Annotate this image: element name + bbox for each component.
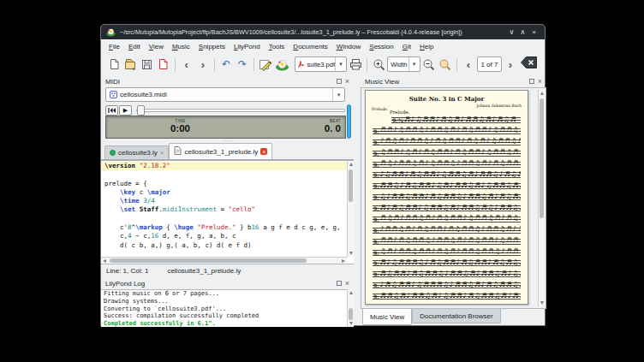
scroll-up-icon[interactable] (540, 92, 544, 95)
rewind-button[interactable] (105, 105, 118, 116)
staff-notes: ♬♫♬♪♬♬♫♬♪♬♫♬♬♪♫♬♬♫♬♪♬♫♬♬♪♬ (379, 215, 521, 221)
scrollbar-thumb[interactable] (349, 169, 353, 202)
editor-horizontal-scrollbar[interactable] (101, 257, 347, 264)
back-button[interactable]: ‹ (179, 56, 194, 73)
log-output[interactable]: Fitting music on 6 or 7 pages...Drawing … (101, 289, 354, 327)
new-document-button[interactable] (106, 56, 122, 73)
menu-music[interactable]: Music (168, 41, 194, 52)
float-panel-icon[interactable] (337, 281, 342, 286)
menu-git[interactable]: Git (398, 41, 415, 52)
editor-vertical-scrollbar[interactable] (347, 161, 354, 257)
code-line[interactable]: prelude = { (101, 180, 347, 188)
pdf-icon (297, 60, 305, 68)
staff-notes: ♬♪♬♫♬♬♪♫♬♬♫♬♪♬♬♫♬♫♪♬♬♫♬♪♬♫ (379, 205, 521, 211)
menu-lilypond[interactable]: LilyPond (230, 41, 265, 52)
scrollbar-thumb[interactable] (110, 258, 307, 263)
score-page[interactable]: Suite No. 3 in C Major Johann Sebastian … (365, 90, 528, 305)
scroll-up-icon[interactable] (349, 163, 353, 166)
bass-clef-icon: 9: (373, 217, 379, 223)
dropdown-arrow-icon[interactable]: ▾ (335, 57, 346, 71)
float-panel-icon[interactable] (337, 79, 342, 84)
code-line[interactable]: \set Staff.midiInstrument = "cello" (101, 205, 347, 214)
menu-documents[interactable]: Documents (289, 41, 331, 52)
zoom-mode-combo[interactable]: Width ▾ (387, 56, 420, 72)
scroll-down-icon[interactable] (540, 301, 544, 305)
code-line[interactable]: \time 3/4 (101, 197, 347, 205)
tab-close-icon[interactable]: × (260, 148, 267, 155)
redo-button[interactable]: ↷ (235, 56, 250, 73)
zoom-in-button[interactable] (371, 56, 386, 73)
scroll-down-icon[interactable] (349, 322, 353, 325)
close-document-button[interactable] (156, 56, 171, 73)
close-panel-icon[interactable]: × (345, 281, 349, 286)
open-document-button[interactable] (122, 56, 138, 73)
dropdown-arrow-icon[interactable]: ▾ (408, 57, 420, 71)
volume-slider[interactable] (347, 104, 351, 139)
menu-help[interactable]: Help (415, 41, 438, 52)
scrollbar-thumb[interactable] (540, 98, 544, 218)
print-button[interactable] (348, 56, 363, 73)
menu-snippets[interactable]: Snippets (194, 41, 230, 52)
log-scrollbar[interactable] (347, 289, 354, 327)
staff-system: 9:♬♬♪♬♫♬♬♫♪♬♬♫♬♪♬♫♬♬♪♫♬♬♫♬♪♬ (373, 239, 521, 245)
view-tab-documentation-browser[interactable]: Documentation Browser (412, 309, 500, 323)
code-area[interactable]: \version "2.18.2"prelude = { \key c \maj… (101, 162, 347, 257)
menu-session[interactable]: Session (365, 41, 397, 52)
forward-button[interactable]: › (195, 56, 211, 73)
close-panel-icon[interactable]: × (345, 79, 349, 84)
zoom-out-button[interactable] (421, 56, 437, 73)
document-tab[interactable]: cellosuite3.ly× (104, 145, 169, 159)
staff-notes: ♫♬♬♪♫♬♪♬♫♬♬♪♬♫♬♬♪♫♬♬♫♬♪♬♫♬ (379, 149, 521, 155)
previous-page-button[interactable]: ‹ (461, 56, 476, 73)
code-line[interactable]: \key c \major (101, 188, 347, 197)
scroll-right-icon[interactable] (342, 259, 345, 263)
open-document-icon (124, 58, 136, 70)
pdf-document-combo[interactable]: suite3.pdf ▾ (295, 56, 347, 72)
code-line[interactable] (101, 215, 347, 223)
lilypond-engrave-button[interactable] (274, 56, 289, 73)
maximize-icon[interactable]: ∧ (517, 28, 528, 36)
panel-splitter[interactable] (354, 75, 361, 325)
scrollbar-thumb[interactable] (349, 308, 353, 320)
scroll-left-icon[interactable] (103, 259, 106, 263)
seek-handle[interactable] (137, 105, 145, 116)
code-line[interactable]: \version "2.18.2" (101, 162, 347, 170)
save-button[interactable] (139, 56, 154, 73)
float-panel-icon[interactable] (529, 79, 534, 84)
midi-file-icon (110, 91, 117, 98)
menu-file[interactable]: File (104, 41, 124, 52)
code-line[interactable]: c,4 ~ c,16 d, e, f, g, a, b, c (101, 232, 347, 240)
staff-system: 9:♬♬♫♪♬♫♬♬♪♫♬♪♬♬♫♬♪♫♬♬♫♬♬♪♫♬ (373, 183, 521, 189)
engrave-button[interactable] (258, 56, 273, 73)
magnifier-button[interactable] (438, 56, 453, 73)
code-line[interactable] (101, 170, 347, 179)
window-close-icon[interactable]: × (528, 28, 540, 36)
menu-tools[interactable]: Tools (265, 41, 289, 52)
play-button[interactable]: ▶ (119, 105, 132, 116)
code-line[interactable]: c'8^\markup { \huge "Prelude." } b16 a g… (101, 223, 347, 232)
abort-engraving-button[interactable] (520, 56, 538, 73)
menu-view[interactable]: View (145, 41, 168, 52)
title-bar[interactable]: ~/src/Mutopia/MutopiaProject/ftp/BachJS/… (101, 25, 545, 39)
scroll-down-icon[interactable] (349, 252, 353, 255)
undo-button[interactable]: ↶ (218, 56, 234, 73)
menu-window[interactable]: Window (332, 41, 365, 52)
close-panel-icon[interactable]: × (538, 79, 542, 84)
page-indicator-field[interactable]: 1 of 7 (477, 56, 502, 72)
dropdown-arrow-icon[interactable]: ▾ (332, 88, 344, 101)
toolbar-separator (367, 58, 367, 71)
menu-edit[interactable]: Edit (124, 41, 145, 52)
next-page-button[interactable]: › (503, 56, 518, 73)
code-line[interactable]: d( c b, a,) g,( a, b, c) d( e f d) (101, 241, 347, 250)
seek-slider[interactable] (136, 105, 345, 116)
music-view-content[interactable]: Suite No. 3 in C Major Johann Sebastian … (361, 87, 546, 309)
music-view-scrollbar[interactable] (538, 90, 545, 306)
tab-close-icon[interactable]: × (160, 150, 164, 156)
document-tab[interactable]: cellosuite3_1_prelude.ly× (169, 143, 272, 159)
staff-notes: ♬♫♪♬♬♫♬♪♫♬♬♫♪♬♬♫♬♪♬♫♬♬♪♫♬♪ (379, 160, 521, 166)
code-editor[interactable]: \version "2.18.2"prelude = { \key c \maj… (101, 160, 354, 264)
scroll-up-icon[interactable] (349, 291, 353, 294)
minimize-icon[interactable]: ∨ (506, 28, 517, 36)
view-tab-music-view[interactable]: Music View (362, 309, 412, 325)
midi-file-combo[interactable]: cellosuite3.midi ▾ (105, 87, 345, 102)
